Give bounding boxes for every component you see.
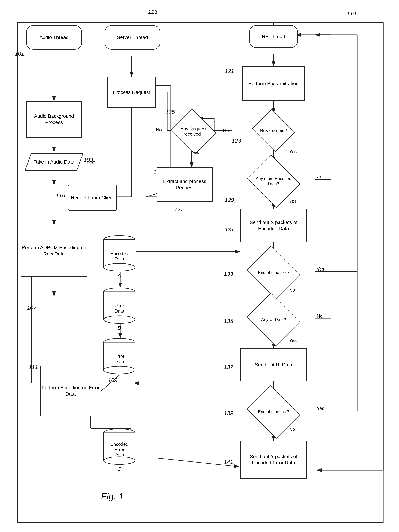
encoded-error-label-c: C bbox=[103, 466, 136, 472]
svg-text:Error: Error bbox=[114, 447, 124, 452]
any-request-label: Any Request received? bbox=[176, 126, 210, 137]
send-ui-data-node: Send out UI Data bbox=[240, 348, 307, 381]
ref-133: 133 bbox=[224, 271, 233, 277]
any-request-yes-label: Yes bbox=[192, 150, 199, 155]
perform-adpcm-node: Perform ADPCM Encoding on Raw Data bbox=[21, 225, 87, 277]
bus-granted-no-label: No bbox=[223, 128, 229, 133]
server-thread-node: Server Thread bbox=[104, 25, 160, 50]
any-ui-data-diamond: Any UI Data? bbox=[249, 301, 298, 338]
svg-text:User: User bbox=[115, 303, 124, 308]
send-x-packets-node: Send out X packets of Encoded Data bbox=[240, 209, 307, 242]
svg-text:Data: Data bbox=[115, 308, 124, 314]
send-ui-data-label: Send out UI Data bbox=[255, 362, 292, 368]
svg-text:Encoded: Encoded bbox=[110, 442, 129, 447]
end-timeslot-133-diamond: End of time slot? bbox=[249, 254, 298, 291]
bus-granted-label: Bus granted? bbox=[260, 128, 287, 133]
take-in-audio-label: Take in Audio Data bbox=[34, 159, 74, 165]
end-timeslot-133-label: End of time slot? bbox=[258, 270, 289, 275]
bus-granted-diamond: Bus granted? bbox=[253, 113, 295, 148]
encoded-data-label-a: A bbox=[103, 273, 136, 279]
ref-127: 127 bbox=[174, 206, 183, 213]
request-from-client-label: Request from Client bbox=[71, 195, 114, 201]
ref-123: 123 bbox=[232, 138, 241, 144]
timeslot-133-no-label: No bbox=[289, 287, 295, 293]
request-from-client-node: Request from Client bbox=[68, 185, 117, 211]
timeslot-139-no-label: No bbox=[289, 427, 295, 432]
rf-thread-node: RF Thread bbox=[249, 25, 298, 48]
end-timeslot-139-label: End of time slot? bbox=[258, 409, 289, 414]
ref-115: 115 bbox=[56, 192, 65, 199]
any-request-diamond: Any Request received? bbox=[171, 113, 216, 150]
error-data-node: Error Data bbox=[103, 338, 136, 374]
end-timeslot-139-diamond: End of time slot? bbox=[249, 393, 298, 430]
ref-131: 131 bbox=[225, 226, 234, 233]
svg-text:Data: Data bbox=[115, 256, 124, 261]
ref-125: 125 bbox=[166, 109, 175, 115]
any-more-encoded-label: Any more Encoded Data? bbox=[253, 176, 294, 186]
any-more-encoded-yes-label: Yes bbox=[289, 198, 296, 204]
process-request-label: Process Request bbox=[113, 89, 150, 95]
send-x-packets-label: Send out X packets of Encoded Data bbox=[241, 219, 306, 232]
audio-thread-node: Audio Thread bbox=[26, 25, 82, 50]
user-data-label-b: B bbox=[103, 325, 136, 331]
svg-text:Data: Data bbox=[115, 452, 124, 457]
ref-137: 137 bbox=[224, 364, 233, 370]
svg-point-70 bbox=[104, 316, 135, 323]
perform-bus-arb-node: Perform Bus arbitration bbox=[242, 66, 305, 101]
any-more-encoded-diamond: Any more Encoded Data? bbox=[249, 162, 298, 200]
timeslot-133-yes-label: Yes bbox=[317, 266, 324, 272]
svg-point-77 bbox=[104, 366, 135, 374]
server-thread-label: Server Thread bbox=[117, 34, 148, 41]
svg-text:Data: Data bbox=[115, 359, 124, 364]
ref-113: 113 bbox=[148, 9, 157, 15]
ref-111: 111 bbox=[29, 364, 38, 370]
ref-105: 105 bbox=[85, 160, 95, 167]
ref-101: 101 bbox=[15, 51, 24, 57]
ref-139: 139 bbox=[224, 410, 233, 417]
diagram: 101 Audio Thread Server Thread 113 RF Th… bbox=[0, 0, 399, 532]
svg-point-63 bbox=[104, 264, 135, 271]
any-more-encoded-no-label: No bbox=[315, 174, 321, 180]
process-request-node: Process Request bbox=[107, 77, 156, 108]
encoded-error-data-node: Encoded Error Data C bbox=[103, 428, 136, 467]
ref-135: 135 bbox=[224, 318, 233, 324]
audio-bg-label: Audio Background Process bbox=[27, 113, 81, 126]
extract-process-node: Extract and process Request bbox=[157, 167, 212, 202]
ref-141: 141 bbox=[224, 459, 233, 465]
perform-encoding-error-label: Perform Encoding on Error Data bbox=[41, 385, 101, 397]
perform-adpcm-label: Perform ADPCM Encoding on Raw Data bbox=[21, 245, 87, 257]
timeslot-139-yes-label: Yes bbox=[317, 406, 324, 411]
figure-label: Fig. 1 bbox=[101, 491, 124, 501]
audio-thread-label: Audio Thread bbox=[39, 34, 69, 41]
user-data-node: User Data B bbox=[103, 287, 136, 322]
ref-121: 121 bbox=[225, 68, 234, 74]
perform-bus-arb-label: Perform Bus arbitration bbox=[248, 81, 299, 87]
bus-granted-yes-label: Yes bbox=[289, 149, 296, 154]
rf-thread-label: RF Thread bbox=[262, 33, 285, 40]
perform-encoding-error-node: Perform Encoding on Error Data bbox=[40, 366, 101, 416]
take-in-audio-node: Take in Audio Data bbox=[25, 153, 83, 171]
ref-119: 119 bbox=[347, 10, 356, 17]
svg-point-84 bbox=[104, 457, 135, 464]
extract-process-label: Extract and process Request bbox=[157, 178, 212, 191]
audio-bg-process-node: Audio Background Process bbox=[26, 101, 82, 138]
ref-107: 107 bbox=[27, 305, 36, 311]
any-ui-data-label: Any UI Data? bbox=[261, 317, 286, 322]
ref-129: 129 bbox=[225, 197, 234, 203]
svg-text:Error: Error bbox=[114, 354, 124, 359]
any-ui-yes-label: Yes bbox=[289, 338, 296, 343]
ref-109: 109 bbox=[108, 377, 117, 383]
send-y-packets-node: Send out Y packets of Encoded Error Data bbox=[240, 441, 307, 479]
encoded-data-node: Encoded Data A bbox=[103, 235, 136, 272]
any-ui-no-label: No bbox=[317, 313, 322, 319]
svg-text:Encoded: Encoded bbox=[110, 251, 129, 256]
any-request-no-label: No bbox=[156, 127, 162, 133]
send-y-packets-label: Send out Y packets of Encoded Error Data bbox=[241, 453, 306, 466]
